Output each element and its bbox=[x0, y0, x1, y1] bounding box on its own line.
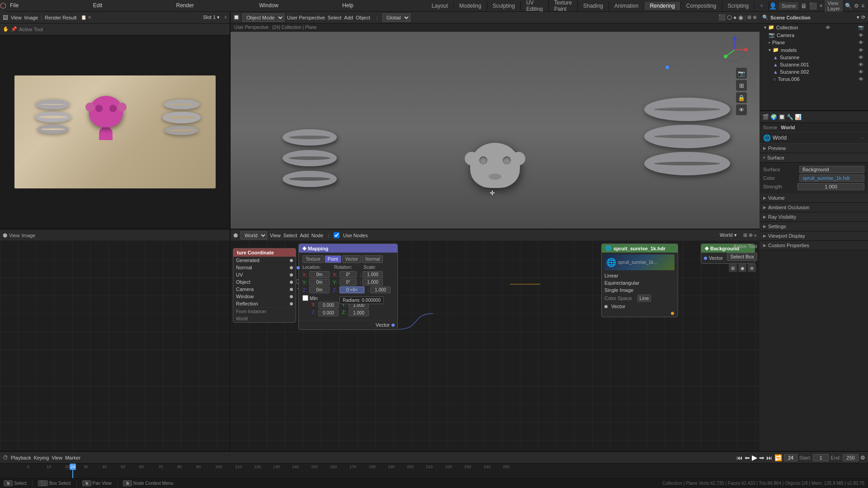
scale-y-input[interactable] bbox=[363, 279, 383, 286]
models-expand[interactable]: ▾ bbox=[769, 47, 771, 52]
workspace-texture-paint[interactable]: Texture Paint bbox=[549, 0, 578, 13]
outliner-sync-icon[interactable]: ⟳ bbox=[861, 14, 865, 20]
node-image-btn-left[interactable]: Image bbox=[22, 233, 36, 238]
vp-nav-gizmo[interactable] bbox=[721, 36, 748, 63]
models-eye[interactable]: 👁 bbox=[859, 47, 863, 53]
node-world-dropdown[interactable]: World ▾ bbox=[720, 232, 737, 238]
viewport-global-select[interactable]: Global bbox=[382, 14, 410, 22]
workspace-layout[interactable]: Layout bbox=[426, 2, 454, 10]
node-select-btn[interactable]: Select bbox=[283, 233, 297, 238]
min-z-input[interactable] bbox=[318, 310, 339, 316]
workspace-scripting[interactable]: Scripting bbox=[722, 2, 755, 10]
node-icon-c[interactable]: ⊕ bbox=[748, 264, 756, 272]
prop-ray-header[interactable]: ▶ Ray Visibility bbox=[760, 212, 868, 222]
scene-label[interactable]: Scene bbox=[779, 2, 798, 9]
plane-eye[interactable]: 👁 bbox=[859, 40, 863, 45]
view-layer-label[interactable]: View Layer bbox=[825, 0, 843, 12]
play-next-frame[interactable]: ➡ bbox=[759, 454, 764, 461]
tool-hand-icon[interactable]: ✋ bbox=[3, 26, 9, 32]
hdri-single[interactable]: Single Image bbox=[604, 286, 675, 294]
tab-vector[interactable]: Vector bbox=[342, 255, 361, 263]
menu-help[interactable]: Help bbox=[339, 0, 422, 12]
node-close[interactable]: × bbox=[754, 233, 757, 238]
vp-hide-btn[interactable]: 👁 bbox=[736, 104, 747, 115]
outliner-collection[interactable]: ▾ 📁 Collection 👁 📷 bbox=[760, 23, 868, 31]
tc-uv[interactable]: UV bbox=[233, 271, 296, 278]
top-right-icon3[interactable]: ⬛ bbox=[809, 2, 817, 9]
play-jump-end[interactable]: ⏭ bbox=[766, 454, 773, 461]
top-right-icon6[interactable]: ⚙ bbox=[854, 3, 859, 9]
prop-icon-data[interactable]: 📊 bbox=[795, 114, 802, 120]
prop-settings-header[interactable]: ▶ Settings bbox=[760, 222, 868, 231]
min-z2-input[interactable] bbox=[349, 310, 369, 316]
tc-generated[interactable]: Generated bbox=[233, 257, 296, 264]
suzanne-eye[interactable]: 👁 bbox=[859, 55, 863, 60]
prop-preview-header[interactable]: ▶ Preview bbox=[760, 144, 868, 153]
mapping-node[interactable]: ◆ Mapping Texture Point Vecto bbox=[298, 244, 398, 330]
tc-object[interactable]: Object bbox=[233, 278, 296, 286]
hdri-colorspace[interactable]: Color Space Line bbox=[604, 294, 675, 303]
workspace-compositing[interactable]: Compositing bbox=[681, 2, 722, 10]
view-btn[interactable]: View bbox=[11, 15, 22, 20]
prop-icon-object[interactable]: 🔲 bbox=[778, 114, 785, 120]
tc-window[interactable]: Window bbox=[233, 293, 296, 300]
outliner-suzanne[interactable]: ▲ Suzanne 👁 bbox=[760, 54, 868, 61]
viewport-mode-select[interactable]: Object Mode bbox=[242, 14, 284, 22]
min-checkbox[interactable] bbox=[302, 295, 308, 301]
use-nodes-checkbox[interactable] bbox=[334, 232, 340, 238]
workspace-uv-editing[interactable]: UV Editing bbox=[521, 0, 549, 13]
collection-eye[interactable]: 👁 bbox=[826, 25, 830, 30]
suzanne001-eye[interactable]: 👁 bbox=[859, 62, 863, 67]
color-value[interactable]: spruit_sunrise_1k.hdr bbox=[799, 174, 864, 182]
outliner-suzanne001[interactable]: ▲ Suzanne.001 👁 bbox=[760, 61, 868, 68]
camera-eye[interactable]: 👁 bbox=[859, 33, 863, 38]
prop-icon-modifier[interactable]: 🔧 bbox=[787, 114, 793, 120]
workspace-shading[interactable]: Shading bbox=[578, 2, 609, 10]
node-view-btn[interactable]: View bbox=[270, 233, 281, 238]
prop-surface-header[interactable]: ▾ Surface bbox=[760, 153, 868, 163]
suzanne002-eye[interactable]: 👁 bbox=[859, 69, 863, 75]
use-nodes-label[interactable]: Use Nodes bbox=[343, 233, 368, 238]
workspace-sculpting[interactable]: Sculpting bbox=[487, 2, 521, 10]
tc-camera[interactable]: Camera bbox=[233, 286, 296, 293]
end-frame-input[interactable]: 250 bbox=[843, 454, 859, 461]
menu-window[interactable]: Window bbox=[255, 0, 339, 12]
keying-btn[interactable]: Keying bbox=[34, 455, 49, 460]
play-prev-frame[interactable]: ⬅ bbox=[745, 454, 750, 461]
prop-viewport-header[interactable]: ▶ Viewport Display bbox=[760, 231, 868, 241]
outliner-filter-icon[interactable]: ▾ bbox=[857, 14, 859, 20]
loc-z-input[interactable] bbox=[309, 286, 330, 293]
top-right-icon4[interactable]: × bbox=[819, 3, 822, 9]
select-box-btn[interactable]: Select Box bbox=[727, 253, 757, 261]
prop-icon-scene[interactable]: 🎬 bbox=[762, 114, 769, 120]
rot-y-input[interactable] bbox=[340, 279, 357, 286]
prop-ao-header[interactable]: ▶ Ambient Occlusion bbox=[760, 203, 868, 212]
top-right-icon1[interactable]: 👤 bbox=[769, 2, 777, 9]
hdri-vector-row[interactable]: Vector bbox=[604, 303, 675, 310]
viewport-select-btn[interactable]: Select bbox=[328, 15, 342, 20]
marker-btn[interactable]: Marker bbox=[65, 455, 80, 460]
vp-gizmo-btn[interactable]: ⊕ bbox=[753, 14, 757, 20]
workspace-rendering[interactable]: Rendering bbox=[644, 2, 680, 10]
menu-render[interactable]: Render bbox=[173, 0, 256, 12]
playback-btn[interactable]: Playback bbox=[11, 455, 31, 460]
collection-camera[interactable]: 📷 bbox=[858, 25, 863, 30]
rot-z-input[interactable] bbox=[340, 286, 364, 293]
close-icon[interactable]: × bbox=[224, 15, 227, 20]
vp-camera-btn[interactable]: 📷 bbox=[736, 68, 747, 79]
vp-grid-btn[interactable]: ⊞ bbox=[736, 80, 747, 91]
texture-coord-node[interactable]: ture Coordinate Generated Normal UV bbox=[233, 248, 296, 323]
timeline-icon2[interactable]: ⚙ bbox=[860, 455, 865, 461]
node-icon1[interactable]: ⊞ bbox=[743, 232, 747, 238]
outliner-models[interactable]: ▾ 📁 models 👁 bbox=[760, 46, 868, 54]
vp-icon-wire[interactable]: ⬡ bbox=[727, 14, 732, 21]
menu-file[interactable]: File bbox=[6, 0, 90, 12]
tab-texture[interactable]: Texture bbox=[302, 255, 324, 263]
collection-expand[interactable]: ▾ bbox=[764, 25, 766, 30]
node-canvas-main[interactable]: ture Coordinate Generated Normal UV bbox=[231, 241, 760, 451]
tab-normal[interactable]: Normal bbox=[362, 255, 383, 263]
surface-value[interactable]: Background bbox=[799, 166, 864, 173]
menu-edit[interactable]: Edit bbox=[90, 0, 173, 12]
node-icon-a[interactable]: ⊞ bbox=[729, 264, 737, 272]
start-frame-input[interactable]: 1 bbox=[813, 454, 829, 461]
